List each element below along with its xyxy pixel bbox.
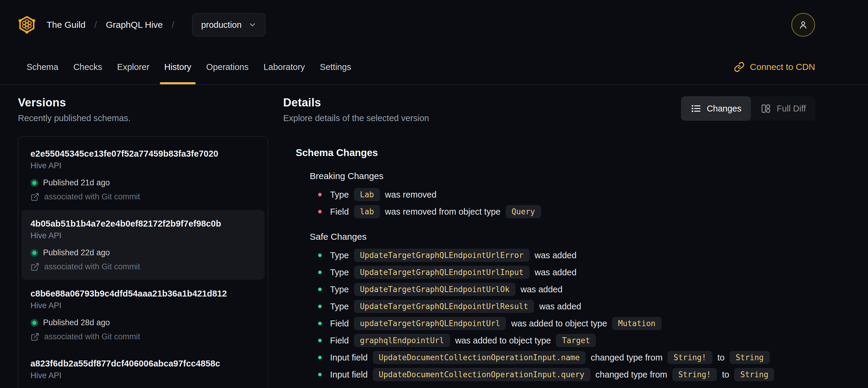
change-text: Input field bbox=[330, 353, 368, 363]
schema-change-item: FieldgraphqlEndpointUrlwas added to obje… bbox=[318, 333, 815, 348]
schema-change-item: TypeUpdateTargetGraphQLEndpointUrlResult… bbox=[318, 299, 815, 314]
target-selector[interactable]: production bbox=[192, 13, 265, 36]
change-text: was added to object type bbox=[511, 319, 607, 329]
change-text: Field bbox=[330, 207, 349, 217]
nav-tab-checks[interactable]: Checks bbox=[66, 50, 110, 84]
nav-tab-schema[interactable]: Schema bbox=[19, 50, 66, 84]
change-text: was added bbox=[535, 250, 577, 260]
chevron-down-icon bbox=[248, 21, 256, 29]
version-list-item[interactable]: e2e55045345ce13fe07f52a77459b83fa3fe7020… bbox=[22, 140, 265, 210]
change-bullet-icon bbox=[318, 193, 322, 197]
version-service: Hive API bbox=[30, 161, 256, 170]
schema-change-item: TypeUpdateTargetGraphQLEndpointUrlErrorw… bbox=[318, 248, 815, 263]
nav-tab-history[interactable]: History bbox=[157, 50, 198, 84]
schema-coordinate-chip: graphqlEndpointUrl bbox=[354, 334, 450, 347]
safe-changes-section: Safe Changes TypeUpdateTargetGraphQLEndp… bbox=[296, 232, 815, 382]
link-icon bbox=[734, 62, 745, 72]
nav-tabs: Schema Checks Explorer History Operation… bbox=[19, 50, 359, 84]
nav-tab-explorer[interactable]: Explorer bbox=[110, 50, 157, 84]
change-text: Input field bbox=[330, 370, 368, 380]
git-commit-link[interactable]: associated with Git commit bbox=[44, 192, 140, 202]
schema-coordinate-chip: String! bbox=[668, 351, 712, 364]
versions-panel: Versions Recently published schemas. e2e… bbox=[18, 96, 268, 388]
schema-coordinate-chip: Mutation bbox=[612, 317, 661, 330]
change-text: changed type from bbox=[596, 370, 667, 380]
details-title: Details bbox=[283, 96, 429, 109]
main-nav: Schema Checks Explorer History Operation… bbox=[0, 50, 868, 85]
split-view-icon bbox=[761, 103, 771, 114]
change-text: Type bbox=[330, 268, 349, 277]
change-bullet-icon bbox=[318, 373, 322, 376]
versions-list: e2e55045345ce13fe07f52a77459b83fa3fe7020… bbox=[18, 136, 268, 388]
change-text: was added bbox=[535, 268, 577, 277]
schema-change-item: TypeLabwas removed bbox=[318, 187, 815, 202]
change-bullet-icon bbox=[318, 210, 322, 213]
schema-coordinate-chip: String! bbox=[672, 368, 717, 381]
hive-logo[interactable] bbox=[18, 16, 36, 34]
change-text: to bbox=[717, 353, 725, 363]
git-commit-link[interactable]: associated with Git commit bbox=[44, 262, 140, 271]
breadcrumb-separator: / bbox=[172, 20, 174, 30]
schema-change-item: FieldupdateTargetGraphQLEndpointUrlwas a… bbox=[318, 316, 815, 331]
schema-coordinate-chip: UpdateDocumentCollectionOperationInput.q… bbox=[373, 368, 590, 381]
breadcrumb: The Guild / GraphQL Hive / production bbox=[46, 13, 266, 36]
details-subtitle: Explore details of the selected version bbox=[283, 113, 429, 123]
top-header: The Guild / GraphQL Hive / production bbox=[0, 0, 868, 50]
change-text: was added to object type bbox=[455, 336, 551, 346]
schema-change-item: Input fieldUpdateDocumentCollectionOpera… bbox=[318, 367, 815, 382]
nav-tab-operations[interactable]: Operations bbox=[198, 50, 256, 84]
version-list-item[interactable]: a823f6db2a55df877dcf406006abca97fcc4858c… bbox=[22, 350, 265, 388]
safe-changes-title: Safe Changes bbox=[310, 232, 815, 242]
schema-coordinate-chip: UpdateTargetGraphQLEndpointUrlError bbox=[354, 249, 530, 262]
version-service: Hive API bbox=[30, 301, 256, 310]
nav-tab-settings[interactable]: Settings bbox=[312, 50, 359, 84]
user-menu-button[interactable] bbox=[791, 13, 815, 37]
breadcrumb-org[interactable]: The Guild bbox=[46, 20, 86, 30]
external-link-icon bbox=[30, 192, 39, 202]
breadcrumb-project[interactable]: GraphQL Hive bbox=[106, 20, 163, 30]
version-list-item[interactable]: 4b05ab51b1b4a7e2e4b0ef82172f2b9f7ef98c0b… bbox=[22, 210, 265, 280]
change-text: Field bbox=[330, 336, 349, 346]
versions-title: Versions bbox=[18, 96, 268, 109]
change-bullet-icon bbox=[318, 305, 322, 308]
schema-coordinate-chip: Query bbox=[506, 205, 541, 218]
full-diff-view-button[interactable]: Full Diff bbox=[751, 96, 815, 121]
changes-view-button[interactable]: Changes bbox=[681, 96, 751, 121]
schema-changes-title: Schema Changes bbox=[296, 147, 815, 158]
change-bullet-icon bbox=[318, 271, 322, 274]
change-text: was removed bbox=[385, 190, 436, 200]
external-link-icon bbox=[30, 263, 39, 271]
git-commit-link[interactable]: associated with Git commit bbox=[44, 332, 140, 341]
version-list-item[interactable]: c8b6e88a06793b9c4dfd54aaa21b36a1b421d812… bbox=[22, 280, 265, 350]
connect-cdn-link[interactable]: Connect to CDN bbox=[734, 50, 815, 84]
change-text: was added bbox=[521, 285, 562, 294]
safe-changes-list: TypeUpdateTargetGraphQLEndpointUrlErrorw… bbox=[310, 248, 815, 382]
change-bullet-icon bbox=[318, 322, 322, 325]
breaking-changes-section: Breaking Changes TypeLabwas removed Fiel… bbox=[296, 171, 815, 219]
schema-coordinate-chip: Target bbox=[556, 334, 596, 347]
change-text: Field bbox=[330, 319, 349, 329]
schema-coordinate-chip: String bbox=[730, 351, 770, 364]
version-hash: 4b05ab51b1b4a7e2e4b0ef82172f2b9f7ef98c0b bbox=[30, 219, 256, 229]
list-icon bbox=[690, 103, 701, 114]
schema-coordinate-chip: UpdateDocumentCollectionOperationInput.n… bbox=[373, 351, 586, 364]
version-published: Published 22d ago bbox=[43, 248, 110, 257]
app-root: The Guild / GraphQL Hive / production Sc… bbox=[0, 0, 868, 388]
change-bullet-icon bbox=[318, 253, 322, 257]
view-toggle: Changes Full Diff bbox=[681, 96, 815, 121]
schema-change-item: TypeUpdateTargetGraphQLEndpointUrlInputw… bbox=[318, 265, 815, 280]
change-text: to bbox=[722, 370, 729, 380]
version-hash: e2e55045345ce13fe07f52a77459b83fa3fe7020 bbox=[30, 149, 256, 159]
version-hash: c8b6e88a06793b9c4dfd54aaa21b36a1b421d812 bbox=[30, 289, 256, 299]
full-diff-view-label: Full Diff bbox=[777, 104, 806, 114]
connect-cdn-label: Connect to CDN bbox=[750, 62, 815, 72]
nav-tab-laboratory[interactable]: Laboratory bbox=[256, 50, 312, 84]
version-hash: a823f6db2a55df877dcf406006abca97fcc4858c bbox=[30, 359, 256, 368]
target-selector-value: production bbox=[201, 20, 241, 30]
change-text: Type bbox=[330, 302, 349, 311]
user-icon bbox=[798, 20, 809, 30]
details-panel: Details Explore details of the selected … bbox=[283, 96, 815, 388]
schema-coordinate-chip: lab bbox=[354, 205, 380, 218]
breaking-changes-title: Breaking Changes bbox=[310, 171, 815, 181]
change-text: was removed from object type bbox=[385, 207, 501, 217]
